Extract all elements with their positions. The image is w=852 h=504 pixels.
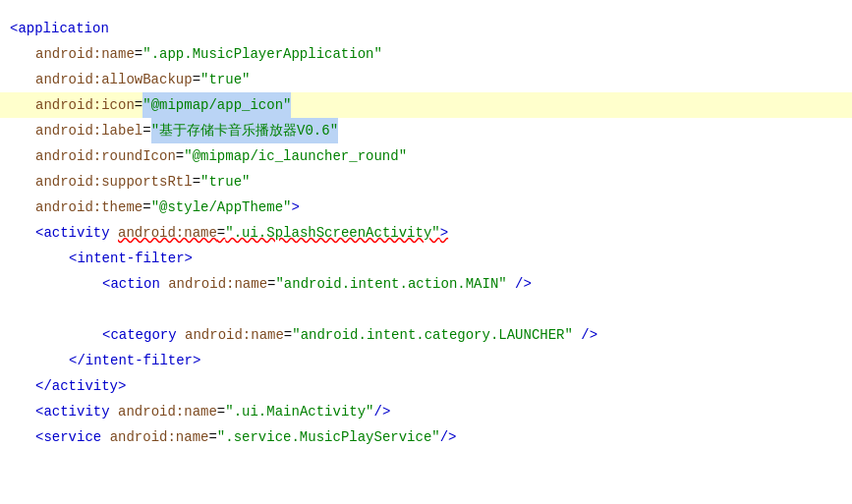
tag-service-open: <service [35,424,101,450]
tag-intent-filter-open: <intent-filter> [69,246,193,271]
attr-name-category-name: android:name [185,322,284,348]
equals-sign-9: = [267,271,275,297]
attr-name-service-name: android:name [110,424,209,450]
tag-close-bracket: > [291,195,299,220]
tag-action-open: <action [102,271,160,297]
attr-value-icon: "@mipmap/app_icon" [142,92,291,118]
code-line-14: </intent-filter> [0,348,852,373]
attr-name-supportsrtl: android:supportsRtl [35,169,193,195]
code-line-5: android:label="基于存储卡音乐播放器V0.6" [0,118,852,143]
tag-category-open: <category [102,322,177,348]
attr-value-theme: "@style/AppTheme" [151,195,292,220]
space-2 [160,271,168,297]
attr-value-mainactivity: ".ui.MainActivity" [225,399,373,424]
code-line-8: android:theme="@style/AppTheme"> [0,195,852,220]
empty-line-1 [0,297,852,322]
code-editor: <application android:name=".app.MusicPla… [0,0,852,504]
equals-sign-3: = [135,92,142,118]
code-line-13: <category android:name="android.intent.c… [0,322,852,348]
code-line-2: android:name=".app.MusicPlayerApplicatio… [0,41,852,67]
attr-value-action-name: "android.intent.action.MAIN" [275,271,506,297]
attr-name-label: android:label [35,118,142,143]
attr-name-allowbackup: android:allowBackup [35,67,193,92]
tag-category-self-close: /> [581,322,597,348]
tag-activity2-self-close: /> [374,399,391,424]
tag-intent-filter-close: </intent-filter> [69,348,200,373]
equals-sign-11: = [217,399,225,424]
attr-value-roundicon: "@mipmap/ic_launcher_round" [184,143,407,169]
attr-name-action-name: android:name [168,271,267,297]
tag-activity-close-bracket: > [440,220,448,246]
attr-name-theme: android:theme [35,195,142,220]
code-line-17: <service android:name=".service.MusicPla… [0,424,852,450]
tag-activity-open: <activity [35,220,110,246]
attr-value-supportsrtl: "true" [200,169,250,195]
code-line-4: android:icon="@mipmap/app_icon" [0,92,852,118]
equals-sign-5: = [176,143,184,169]
tag-action-self-close: /> [515,271,532,297]
attr-name-name: android:name [35,41,135,67]
code-line-15: </activity> [0,373,852,399]
code-line-16: <activity android:name=".ui.MainActivity… [0,399,852,424]
attr-name-activity-name: android:name [118,220,217,246]
equals-sign-7: = [142,195,150,220]
attr-value-activity-name: ".ui.SplashScreenActivity" [225,220,439,246]
equals-sign-6: = [193,169,200,195]
tag-activity-close: </activity> [35,373,126,399]
attr-value-category-name: "android.intent.category.LAUNCHER" [292,322,573,348]
equals-sign-4: = [142,118,150,143]
space-3 [507,271,515,297]
tag-service-self-close: /> [440,424,457,450]
space-5 [573,322,581,348]
equals-sign-10: = [284,322,292,348]
attr-name-mainactivity: android:name [118,399,217,424]
tag-application-open: <application [10,16,109,41]
code-line-11: <action android:name="android.intent.act… [0,271,852,297]
code-line-7: android:supportsRtl="true" [0,169,852,195]
space-4 [177,322,185,348]
equals-sign-12: = [208,424,216,450]
attr-value-service-name: ".service.MusicPlayService" [217,424,440,450]
tag-activity2-open: <activity [35,399,110,424]
code-line-6: android:roundIcon="@mipmap/ic_launcher_r… [0,143,852,169]
attr-value-label: "基于存储卡音乐播放器V0.6" [151,118,338,143]
equals-sign-8: = [217,220,225,246]
attr-name-roundicon: android:roundIcon [35,143,176,169]
space-6 [110,399,118,424]
equals-sign-2: = [193,67,200,92]
attr-value-allowbackup: "true" [200,67,250,92]
space-7 [101,424,109,450]
code-line-9: <activity android:name=".ui.SplashScreen… [0,220,852,246]
space-1 [110,220,118,246]
code-line-1: <application [0,16,852,41]
attr-name-icon: android:icon [35,92,135,118]
attr-value-name: ".app.MusicPlayerApplication" [142,41,382,67]
equals-sign: = [135,41,142,67]
code-line-10: <intent-filter> [0,246,852,271]
code-line-3: android:allowBackup="true" [0,67,852,92]
